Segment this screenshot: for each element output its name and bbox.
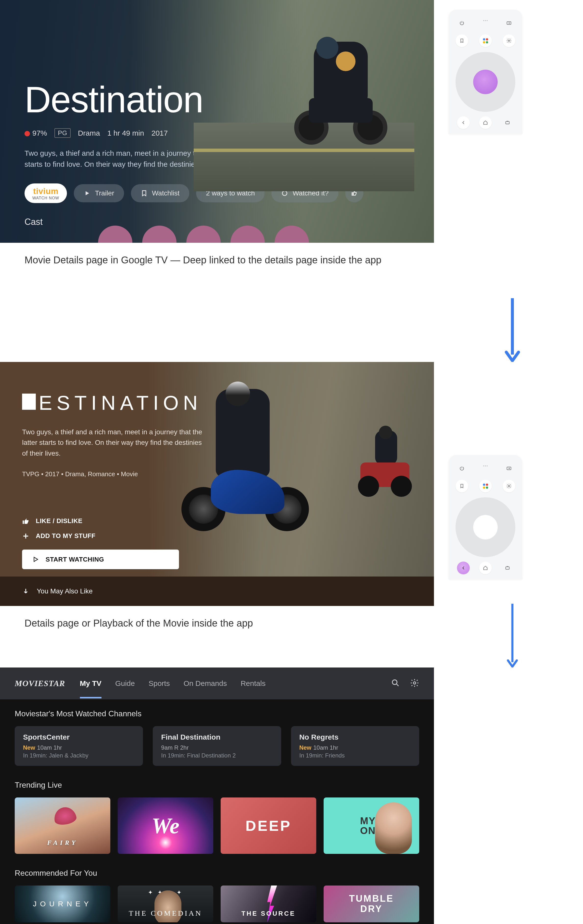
hero-artwork — [155, 389, 331, 561]
dpad[interactable] — [456, 52, 515, 112]
new-tag: New — [299, 744, 311, 751]
section-title-channels: Moviestar's Most Watched Channels — [15, 709, 419, 718]
power-button[interactable] — [456, 462, 468, 475]
power-icon — [459, 20, 464, 26]
back-arrow-icon — [461, 565, 466, 571]
channel-time: 10am 1hr — [37, 744, 62, 751]
bookmark-icon — [141, 190, 148, 197]
you-may-also-like-bar[interactable]: You May Also Like — [0, 576, 434, 606]
svg-point-9 — [392, 680, 397, 685]
tomato-icon — [25, 131, 30, 136]
home-icon — [483, 565, 488, 571]
tab-rentals[interactable]: Rentals — [240, 668, 265, 698]
input-icon — [506, 466, 512, 471]
flow-arrow-1 — [449, 298, 576, 362]
svg-rect-3 — [506, 121, 509, 124]
tv-icon — [505, 565, 510, 571]
tab-sports[interactable]: Sports — [148, 668, 170, 698]
search-icon — [391, 678, 400, 688]
caption-1: Movie Details page in Google TV — Deep l… — [0, 243, 434, 291]
flow-arrow-2 — [449, 579, 576, 668]
cast-heading: Cast — [0, 203, 434, 227]
play-icon — [84, 190, 91, 197]
channel-next: In 19min: Friends — [299, 752, 411, 759]
home-button[interactable] — [479, 116, 492, 129]
svg-point-2 — [508, 40, 510, 41]
dpad-select[interactable] — [473, 515, 498, 540]
caption-2: Details page or Playback of the Movie in… — [0, 606, 434, 655]
input-icon — [506, 20, 512, 26]
channel-title: No Regrets — [299, 733, 411, 741]
tab-guide[interactable]: Guide — [115, 668, 135, 698]
watch-now-button[interactable]: tivium WATCH NOW — [25, 183, 67, 203]
settings-button[interactable] — [502, 480, 515, 492]
channel-card[interactable]: Final Destination 9am R 2hr In 19min: Fi… — [153, 726, 281, 766]
svg-rect-7 — [506, 567, 509, 569]
bookmark-button[interactable] — [456, 34, 468, 47]
tile-deep[interactable]: DEEP — [221, 797, 316, 854]
hero-artwork-bg — [351, 431, 419, 504]
tv-button[interactable] — [501, 116, 514, 129]
back-button[interactable] — [457, 116, 470, 129]
provider-sub: WATCH NOW — [32, 196, 59, 200]
bookmark-icon — [459, 38, 464, 43]
remote-2 — [449, 455, 522, 579]
svg-point-0 — [282, 191, 287, 196]
gear-icon — [506, 38, 512, 43]
tile-fairy[interactable]: FAIRY — [15, 797, 110, 854]
bookmark-icon — [459, 483, 464, 489]
search-button[interactable] — [391, 678, 400, 688]
channel-time: 9am R 2hr — [161, 744, 273, 751]
chevron-down-icon — [22, 587, 30, 595]
cast-row — [98, 226, 309, 243]
assistant-icon — [483, 483, 488, 489]
section-title-trending: Trending Live — [15, 780, 419, 790]
tile-we[interactable]: We — [118, 797, 213, 854]
tv-icon — [505, 120, 510, 125]
google-tv-details-screen: Destination 97% PG Drama 1 hr 49 min 201… — [0, 0, 434, 243]
new-tag: New — [23, 744, 35, 751]
tile-my-one[interactable]: MY ONE — [324, 797, 419, 854]
assistant-button[interactable] — [479, 480, 492, 492]
dpad-select-highlighted[interactable] — [473, 69, 498, 94]
tile-comedian[interactable]: ✦✦✦✦THE COMEDIAN — [118, 886, 213, 922]
tile-tumble[interactable]: TUMBLE DRY — [324, 886, 419, 922]
power-button[interactable] — [456, 16, 468, 30]
tab-my-tv[interactable]: My TV — [80, 668, 102, 698]
tile-journey[interactable]: JOURNEY — [15, 886, 110, 922]
moviestar-home-screen: MOVIESTAR My TV Guide Sports On Demands … — [0, 668, 434, 924]
settings-button[interactable] — [502, 34, 515, 47]
mic-icon — [481, 20, 490, 23]
dpad[interactable] — [456, 497, 515, 557]
channel-next: In 19min: Final Destination 2 — [161, 752, 273, 759]
mic-icon — [481, 465, 490, 469]
channel-card[interactable]: SportsCenter New10am 1hr In 19min: Jalen… — [15, 726, 143, 766]
gear-icon — [410, 678, 419, 688]
runtime: 1 hr 49 min — [107, 129, 144, 137]
home-icon — [483, 120, 488, 125]
channel-card[interactable]: No Regrets New10am 1hr In 19min: Friends — [291, 726, 419, 766]
tab-on-demands[interactable]: On Demands — [184, 668, 227, 698]
channel-title: SportsCenter — [23, 733, 135, 741]
thumbs-up-icon — [22, 517, 30, 525]
tile-source[interactable]: THE SOURCE — [221, 886, 316, 922]
power-icon — [459, 466, 464, 471]
genre: Drama — [78, 129, 100, 137]
app-brand: MOVIESTAR — [15, 679, 65, 688]
home-button[interactable] — [479, 561, 492, 574]
watchlist-button[interactable]: Watchlist — [131, 184, 189, 202]
trailer-button[interactable]: Trailer — [74, 184, 124, 202]
tomato-score: 97% — [25, 129, 47, 137]
section-title-recommended: Recommended For You — [15, 869, 419, 878]
provider-name: tivium — [33, 186, 58, 196]
bookmark-button[interactable] — [456, 480, 468, 492]
assistant-button[interactable] — [479, 34, 492, 47]
input-button[interactable] — [502, 16, 515, 30]
tv-button[interactable] — [501, 561, 514, 574]
hero-artwork — [194, 20, 414, 191]
settings-button[interactable] — [410, 678, 419, 688]
back-button-highlighted[interactable] — [457, 561, 470, 574]
input-button[interactable] — [502, 462, 515, 475]
year: 2017 — [152, 129, 168, 137]
logo-d-block — [22, 394, 36, 410]
